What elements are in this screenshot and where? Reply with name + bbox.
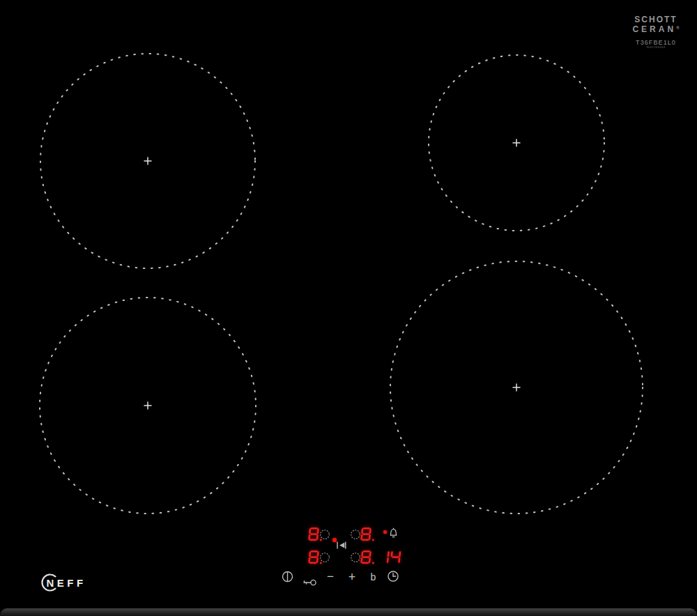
bell-icon bbox=[389, 527, 398, 540]
power-icon[interactable] bbox=[281, 570, 294, 583]
key-lock-icon[interactable] bbox=[302, 578, 317, 587]
zone-center-cross-icon bbox=[144, 402, 151, 409]
registered-mark: ® bbox=[676, 26, 679, 30]
neff-logo: NEFF bbox=[39, 573, 99, 592]
ceran-text: CERAN® bbox=[625, 24, 687, 33]
control-display bbox=[305, 524, 427, 569]
timer-b-icon[interactable]: b bbox=[367, 570, 380, 583]
serial-number: 9001260644 bbox=[638, 46, 673, 49]
timer-active-dot bbox=[383, 530, 387, 534]
hob-surface: − + b NEFF SCHOTT CERAN® T36FBE1L0 90012… bbox=[0, 0, 697, 616]
zone-select-indicator bbox=[319, 529, 330, 540]
schott-ceran-badge: SCHOTT CERAN® T36FBE1L0 9001260644 bbox=[625, 15, 687, 52]
cooking-zone-back-left bbox=[40, 54, 255, 268]
heat-level-display-front-right bbox=[361, 550, 380, 564]
zone-select-indicator bbox=[319, 552, 330, 563]
timer-display bbox=[379, 550, 406, 564]
zone-center-cross-icon bbox=[144, 157, 151, 164]
zone-center-cross-icon bbox=[513, 384, 520, 391]
zone-select-indicator bbox=[350, 552, 361, 563]
cooking-zone-front-right bbox=[390, 261, 643, 514]
minus-icon[interactable]: − bbox=[323, 570, 337, 583]
cooking-zone-back-right bbox=[429, 55, 604, 231]
cooking-zone-front-left bbox=[40, 298, 256, 514]
zone-select-indicator bbox=[350, 529, 361, 540]
schott-text: SCHOTT bbox=[625, 15, 687, 24]
clock-icon[interactable] bbox=[386, 569, 400, 583]
plus-icon[interactable]: + bbox=[345, 570, 359, 583]
zone-center-cross-icon bbox=[513, 139, 520, 146]
hob-front-edge bbox=[0, 608, 697, 616]
heat-level-display-back-right bbox=[361, 528, 380, 541]
touch-controls: − + b bbox=[279, 569, 411, 587]
neff-logo-text: NEFF bbox=[47, 577, 86, 589]
bridge-zone-icon bbox=[337, 541, 346, 549]
